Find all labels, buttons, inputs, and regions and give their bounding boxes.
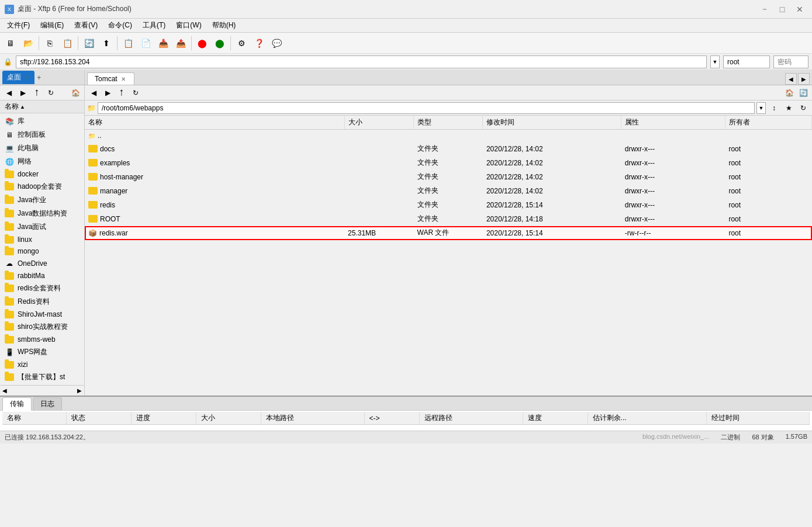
toolbar-open[interactable]: 📂 [20,35,36,51]
remote-nav-bookmark[interactable]: ★ [782,102,795,115]
left-item-batch[interactable]: 【批量下载】st [0,370,84,384]
transfer-tab-transfer[interactable]: 传输 [2,397,32,411]
transfer-tab-log[interactable]: 日志 [33,397,62,410]
left-item-wps[interactable]: 📱 WPS网盘 [0,345,84,359]
close-button[interactable]: ✕ [792,4,807,15]
remote-nav-back[interactable]: ◀ [87,86,100,99]
left-nav-refresh[interactable]: ↻ [44,86,57,99]
remote-nav-view[interactable]: 🔄 [797,86,810,99]
left-item-smbms[interactable]: smbms-web [0,334,84,345]
right-tab-close[interactable]: ✕ [120,76,127,82]
file-row[interactable]: examples文件夹2020/12/28, 14:02drwxr-x---ro… [85,156,812,170]
right-tab-prev[interactable]: ◀ [785,73,797,85]
left-nav-home[interactable]: 🏠 [69,86,82,99]
toolbar-new-session[interactable]: 🖥 [2,35,19,51]
remote-nav-home[interactable]: 🏠 [783,86,796,99]
left-item-hadoop[interactable]: hadoop全套资 [0,180,84,193]
file-row[interactable]: 📦redis.war25.31MBWAR 文件2020/12/28, 15:14… [85,226,812,240]
file-cell-size [344,156,413,170]
col-header-modified[interactable]: 修改时间 [483,116,621,130]
toolbar-chat[interactable]: 💬 [268,35,285,51]
toolbar-paste[interactable]: 📋 [59,35,75,51]
toolbar-btn-6[interactable]: 📄 [137,35,154,51]
toolbar-stop[interactable]: ⬤ [194,35,210,51]
menu-command[interactable]: 命令(C) [103,19,137,32]
toolbar-btn-4[interactable]: ⬆ [98,35,115,51]
menu-window[interactable]: 窗口(W) [171,19,206,32]
remote-nav-forward[interactable]: ▶ [101,86,114,99]
left-col-name[interactable]: 名称 ▲ [5,102,80,112]
file-cell-owner: root [725,170,811,184]
col-header-type[interactable]: 类型 [414,116,483,130]
left-item-rabbitmq[interactable]: rabbitMa [0,270,84,282]
left-item-control-panel[interactable]: 🖥 控制面板 [0,128,84,141]
col-header-size[interactable]: 大小 [344,116,413,130]
col-header-owner[interactable]: 所有者 [725,116,811,130]
toolbar-copy[interactable]: ⎘ [42,35,58,51]
remote-path-icon: 📁 [87,104,96,112]
remote-nav-up[interactable]: ⭡ [115,86,128,99]
file-row[interactable]: redis文件夹2020/12/28, 15:14drwxr-x---root [85,198,812,212]
col-header-name[interactable]: 名称 [85,116,344,130]
menu-view[interactable]: 查看(V) [70,19,102,32]
file-cell-type [414,130,483,142]
minimize-button[interactable]: － [757,4,772,15]
left-tab-close[interactable]: ✕ [23,74,30,81]
toolbar-help[interactable]: ❓ [251,35,267,51]
left-add-tab[interactable]: + [37,74,41,82]
file-cell-owner [725,130,811,142]
file-cell-modified: 2020/12/28, 14:02 [483,142,621,156]
toolbar-btn-3[interactable]: 🔄 [81,35,97,51]
file-row[interactable]: 📁.. [85,130,812,142]
left-item-network[interactable]: 🌐 网络 [0,155,84,168]
remote-path-input[interactable] [98,102,755,114]
connection-address-input[interactable] [16,56,707,68]
toolbar-btn-9[interactable]: ⬤ [212,35,228,51]
left-scroll-right[interactable]: ▶ [77,387,82,394]
menu-tools[interactable]: 工具(T) [138,19,170,32]
connection-address-dropdown[interactable]: ▼ [710,56,720,68]
menu-file[interactable]: 文件(F) [2,19,34,32]
left-item-xizi[interactable]: xizi [0,359,84,370]
toolbar-btn-5[interactable]: 📋 [120,35,136,51]
maximize-button[interactable]: □ [775,4,790,15]
remote-nav-sync[interactable]: ↕ [768,102,780,115]
menu-edit[interactable]: 编辑(E) [36,19,68,32]
left-item-this-pc[interactable]: 💻 此电脑 [0,141,84,155]
left-item-redis-full[interactable]: redis全套资料 [0,282,84,295]
toolbar-btn-7[interactable]: 📥 [155,35,171,51]
left-desktop-tab[interactable]: 桌面 ✕ [2,71,34,84]
remote-nav-refresh[interactable]: ↻ [129,86,142,99]
left-item-docker[interactable]: docker [0,168,84,180]
left-nav-forward[interactable]: ▶ [16,86,29,99]
left-item-java-interview[interactable]: Java面试 [0,220,84,234]
left-nav-up[interactable]: ⭡ [30,86,43,99]
menu-help[interactable]: 帮助(H) [208,19,241,32]
toolbar-settings[interactable]: ⚙ [233,35,250,51]
left-item-onedrive[interactable]: ☁ OneDrive [0,257,84,270]
left-item-mongo[interactable]: mongo [0,245,84,257]
left-nav-back[interactable]: ◀ [2,86,15,99]
file-row[interactable]: docs文件夹2020/12/28, 14:02drwxr-x---root [85,142,812,156]
remote-nav-refresh2[interactable]: ↻ [797,102,810,115]
remote-path-dropdown[interactable]: ▼ [756,102,766,114]
left-item-java-ds[interactable]: Java数据结构资 [0,207,84,220]
left-item-library[interactable]: 📚 库 [0,115,84,128]
left-item-java-work[interactable]: Java作业 [0,193,84,207]
left-item-linux[interactable]: linux [0,234,84,245]
left-item-redis-data[interactable]: Redis资料 [0,295,84,308]
left-item-shirojwt[interactable]: ShiroJwt-mast [0,308,84,320]
col-header-attrs[interactable]: 属性 [621,116,725,130]
toolbar-btn-8[interactable]: 📤 [172,35,189,51]
library-icon: 📚 [5,117,14,126]
file-row[interactable]: manager文件夹2020/12/28, 14:02drwxr-x---roo… [85,184,812,198]
left-item-shiro[interactable]: shiro实战教程资 [0,320,84,334]
right-tab-next[interactable]: ▶ [798,73,810,85]
connection-user-input[interactable] [723,56,770,68]
connection-password-input[interactable] [773,56,808,68]
file-row[interactable]: host-manager文件夹2020/12/28, 14:02drwxr-x-… [85,170,812,184]
left-scroll-left[interactable]: ◀ [2,387,7,394]
right-tomcat-tab[interactable]: Tomcat ✕ [87,72,134,85]
status-right: blog.csdn.net/weixin_... 二进制 68 对象 1.57G… [642,433,807,442]
file-row[interactable]: ROOT文件夹2020/12/28, 14:18drwxr-x---root [85,212,812,226]
